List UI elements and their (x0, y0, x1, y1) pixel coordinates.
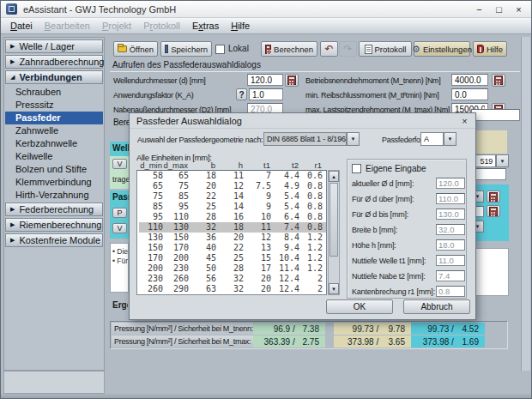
settings-button-label: Einstellungen (423, 45, 472, 54)
help-question-button[interactable]: ? (236, 88, 247, 100)
geometry-combobox[interactable]: DIN 6885 Blatt 1 - 8/1968 (263, 132, 347, 146)
scrollbar-thumb[interactable] (329, 183, 338, 257)
column-header-d-min: d_min (138, 160, 162, 170)
table-cell: 0.8 (299, 191, 323, 202)
scroll-down-icon[interactable]: ▼ (329, 283, 339, 294)
table-cell: 8.4 (271, 233, 299, 243)
table-cell: 170 (163, 243, 189, 253)
field-label: Für Ø d über [mm]: (352, 195, 414, 203)
min-friction-torque-input[interactable] (451, 88, 488, 100)
help-button[interactable]: Hilfe (473, 41, 507, 57)
nominal-torque-calc-button[interactable] (492, 74, 505, 87)
background-input[interactable] (471, 109, 520, 121)
table-row[interactable]: 657520127.54.90.8 (139, 181, 326, 191)
table-row[interactable]: 951102816106.40.8 (139, 212, 326, 222)
own-input-checkbox[interactable] (352, 164, 361, 173)
table-cell: 18 (189, 171, 216, 181)
menu-item-protokoll: Protokoll (137, 19, 186, 33)
table-row[interactable]: 1501704022139.41.2 (139, 243, 326, 253)
field-input-breite-b-mm (436, 224, 465, 235)
nominal-torque-input[interactable] (451, 74, 488, 86)
sidebar-item-passfeder[interactable]: Passfeder (5, 112, 103, 124)
table-cell: 6.4 (271, 212, 299, 222)
table-row[interactable]: 26029063322012.42 (139, 284, 326, 294)
table-row[interactable]: 17020045251510.41.2 (139, 253, 326, 263)
calc-button[interactable] (487, 205, 500, 217)
sidebar-group-kostenfreie-module[interactable]: ▶Kostenfreie Module (5, 233, 103, 247)
minimize-icon[interactable]: − (472, 3, 487, 15)
sidebar-group-zahnradberechnung[interactable]: ▶Zahnradberechnung (5, 55, 103, 69)
table-cell: 22 (189, 191, 216, 202)
sidebar-group-welle-lager[interactable]: ▶Welle / Lager (5, 39, 103, 53)
sidebar-item-kerbzahnwelle[interactable]: Kerbzahnwelle (5, 137, 103, 150)
protocol-button[interactable]: Protokoll (359, 41, 412, 57)
menu-item-datei[interactable]: Datei (4, 19, 39, 33)
table-row[interactable]: 23026056322012.42 (139, 274, 326, 284)
save-button[interactable]: Speichern (160, 41, 212, 57)
table-cell: 45 (189, 253, 216, 263)
help-button-label: Hilfe (487, 45, 503, 54)
table-cell: 63 (189, 284, 216, 294)
maximize-icon[interactable]: □ (492, 3, 506, 15)
sidebar-item-hirth-verzahnung[interactable]: Hirth-Verzahnung (5, 189, 103, 202)
calculate-button[interactable]: Berechnen (261, 41, 317, 57)
sidebar-group-verbindungen[interactable]: ◢Verbindungen (5, 70, 103, 84)
table-cell: 14 (216, 191, 244, 202)
pressure-value: 363.39 / (253, 337, 295, 347)
table-cell: 9 (244, 191, 271, 202)
undo-button[interactable]: ↶ (320, 41, 338, 57)
chevron-down-icon[interactable]: ▼ (496, 154, 509, 167)
gear-icon: ⚙ (412, 45, 420, 54)
sidebar-group-riemenberechnung[interactable]: ▶Riemenberechnung (5, 218, 103, 232)
table-row[interactable]: 7585221495.40.8 (139, 191, 326, 202)
sidebar-item-schrauben[interactable]: Schrauben (5, 86, 103, 99)
table-cell: 11.4 (271, 263, 299, 274)
table-cell: 22 (216, 243, 244, 253)
chevron-down-icon[interactable]: ▼ (347, 132, 360, 146)
sidebar-item-klemmverbindung[interactable]: Klemmverbindung (5, 176, 103, 189)
table-cell: 4.9 (271, 181, 299, 191)
background-text: tragen (112, 175, 129, 184)
content-right-edge (521, 37, 530, 371)
triangle-collapsed-icon: ▶ (10, 221, 15, 228)
application-factor-input[interactable] (249, 88, 283, 100)
sidebar-item-zahnwelle[interactable]: Zahnwelle (5, 124, 103, 137)
table-row[interactable]: 8595251495.40.8 (139, 202, 326, 212)
scroll-up-icon[interactable]: ▲ (329, 171, 339, 182)
calc-button[interactable] (487, 190, 500, 203)
key-table-header: d_mind_maxbht1t2r1 (136, 160, 322, 170)
results-panel: Pressung [N/mm²] / Sicherheit bei M_tnen… (110, 321, 508, 349)
table-row[interactable]: 1101303218117.40.8 (139, 222, 326, 233)
sidebar-group-federberechnung[interactable]: ▶Federberechnung (5, 203, 103, 216)
background-button[interactable]: P (112, 208, 127, 218)
table-scrollbar[interactable]: ▲ ▼ (328, 170, 340, 295)
menu-item-extras[interactable]: Extras (186, 19, 225, 33)
close-icon[interactable]: × (511, 3, 526, 15)
chevron-down-icon[interactable]: ▼ (444, 132, 456, 146)
sidebar-item-bolzen-und-stifte[interactable]: Bolzen und Stifte (5, 163, 103, 176)
background-button[interactable]: V (112, 159, 127, 169)
background-button[interactable]: V (112, 223, 127, 233)
field-input-kantenbrechung-r1-mm (436, 286, 465, 297)
calculator-icon (489, 207, 498, 216)
sidebar-item-presssitz[interactable]: Presssitz (5, 99, 103, 112)
open-button[interactable]: Öffnen (113, 41, 158, 57)
shaft-diameter-input[interactable] (247, 74, 283, 86)
dialog-title: Passfeder Auswahldialog (136, 116, 242, 126)
table-row[interactable]: 1301503620128.41.2 (139, 233, 326, 243)
table-row[interactable]: 5865181174.40.6 (139, 171, 326, 181)
ok-button[interactable]: OK (326, 299, 393, 314)
sidebar-item-keilwelle[interactable]: Keilwelle (5, 150, 103, 163)
triangle-collapsed-icon: ▶ (10, 237, 15, 244)
cancel-button[interactable]: Abbruch (403, 299, 470, 314)
shaft-diameter-calc-button[interactable] (285, 74, 299, 87)
table-row[interactable]: 20023050281711.41.2 (139, 263, 326, 274)
table-cell: 9 (244, 202, 271, 212)
settings-button[interactable]: ⚙ Einstellungen (414, 41, 470, 57)
lokal-checkbox[interactable] (215, 45, 225, 54)
dialog-title-bar[interactable]: Passfeder Auswahldialog (130, 113, 475, 129)
key-form-combobox[interactable]: A (420, 132, 444, 146)
dialog-close-icon[interactable]: × (458, 115, 471, 127)
menu-bar: DateiBearbeitenProjektProtokollExtrasHil… (1, 18, 531, 34)
menu-item-hilfe[interactable]: Hilfe (225, 19, 256, 33)
